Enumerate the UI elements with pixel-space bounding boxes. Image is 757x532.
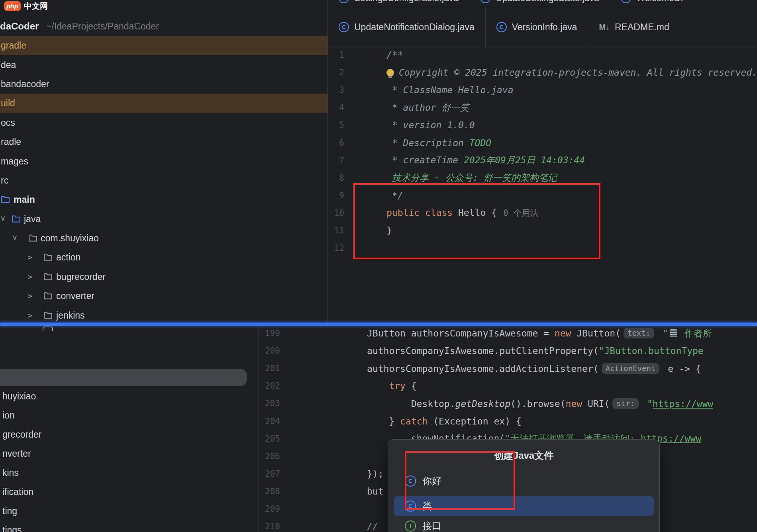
tree-item-label: mages — [1, 156, 28, 166]
line-number: 4 — [328, 103, 344, 112]
project-tree-item[interactable]: rc — [0, 171, 328, 190]
code-token: URI( — [582, 399, 610, 409]
project-tree-item[interactable]: >java — [0, 209, 328, 229]
code-token: " — [641, 399, 653, 409]
line-number: 1 — [328, 50, 344, 60]
project-tree-item[interactable]: >action — [0, 248, 328, 267]
code-token: Desktop. — [367, 399, 455, 409]
chevron-right-icon[interactable]: > — [27, 272, 32, 282]
project-tree-item-fragment[interactable]: grecorder — [2, 425, 241, 444]
chevron-down-icon[interactable]: > — [10, 235, 20, 240]
line-number: 205 — [261, 434, 280, 444]
chevron-right-icon[interactable]: > — [27, 311, 32, 320]
project-tree-item[interactable]: bandacoder — [0, 74, 328, 94]
project-tree-item-fragment[interactable]: tings — [2, 520, 241, 532]
chevron-right-icon[interactable]: > — [27, 291, 32, 301]
code-token: { — [406, 381, 417, 391]
tree-item-label: action — [56, 252, 80, 263]
project-tree-item-fragment[interactable]: ification — [2, 482, 241, 501]
tree-item-label: dea — [1, 59, 16, 70]
project-tree-item-fragment[interactable]: ion — [2, 406, 241, 425]
project-tree-item[interactable]: >converter — [0, 286, 328, 305]
tree-item-label: com.shuyixiao — [41, 233, 99, 244]
code-text: * version 1.0.0 — [386, 120, 475, 130]
project-tree-item[interactable]: dea — [0, 55, 328, 74]
editor-tab[interactable]: M↓README.md — [588, 7, 680, 47]
tab-label: README.md — [615, 22, 669, 33]
project-header[interactable]: daCoder ~/IdeaProjects/PandaCoder — [0, 21, 159, 32]
project-tree-item-fragment[interactable]: kins — [2, 463, 241, 482]
code-token: "JButton.buttonType — [599, 346, 704, 356]
line-number: 204 — [261, 417, 280, 426]
phpcn-logo: php — [4, 1, 21, 11]
chevron-right-icon[interactable]: > — [27, 252, 32, 262]
project-tree-item[interactable]: mages — [0, 151, 328, 170]
folder-icon — [12, 214, 21, 224]
markdown-icon: M↓ — [599, 23, 610, 32]
code-text: } catch (Exception ex) { — [367, 416, 522, 426]
project-tree-item-fragment[interactable]: ting — [2, 501, 241, 520]
project-tree-item[interactable]: >bugrecorder — [0, 267, 328, 286]
intention-bulb-icon[interactable] — [386, 69, 394, 76]
code-line: 5 * version 1.0.0 — [328, 116, 757, 134]
class-icon: C — [621, 0, 631, 3]
tree-item-label: bugrecorder — [56, 271, 106, 282]
code-text: JButton authorsCompanyIsAwesome = new JB… — [367, 327, 712, 340]
code-line: 2Copyright © 2025 integration-projects-m… — [328, 64, 757, 81]
interface-icon: I — [405, 520, 416, 532]
code-token: https://www — [653, 399, 713, 409]
line-number: 3 — [328, 85, 344, 95]
editor-tab[interactable]: CUpdateSettingsState.java — [469, 0, 610, 7]
code-token: JButton authorsCompanyIsAwesome = — [367, 328, 555, 338]
code-token: " — [657, 328, 668, 338]
folder-icon — [43, 291, 53, 301]
tree-selection-bar[interactable] — [0, 369, 247, 386]
tree-item-label: uild — [1, 98, 15, 109]
project-tree-item[interactable]: radle — [0, 132, 328, 151]
code-token: * createTime — [386, 155, 464, 165]
line-number: 199 — [261, 329, 280, 338]
code-token: JButton( — [571, 328, 621, 338]
chevron-down-icon[interactable]: > — [0, 216, 8, 221]
project-tree-item[interactable]: ocs — [0, 113, 328, 132]
editor-tab[interactable]: CWelcomeDi — [610, 0, 694, 7]
folder-icon — [43, 272, 53, 282]
code-token: /** — [386, 50, 403, 60]
code-text: // — [367, 521, 378, 532]
code-text: * ClassName Hello.java — [386, 85, 514, 95]
horizontal-splitter[interactable] — [0, 323, 757, 326]
code-text: /** — [386, 50, 403, 60]
project-tree: gradledeabandacoderuildocsradlemagesrcma… — [0, 36, 328, 323]
code-text: 技术分享 · 公众号: 舒一笑的架构笔记 — [386, 172, 557, 184]
code-text: * Description TODO — [386, 138, 491, 148]
editor-tab[interactable]: CVersionInfo.java — [485, 7, 588, 47]
tab-label: VersionInfo.java — [512, 22, 577, 33]
project-tree-item[interactable]: uild — [0, 94, 328, 113]
project-tree-item[interactable]: main — [0, 190, 328, 209]
code-token: str: — [612, 398, 639, 409]
project-tree-item-fragment[interactable]: huyixiao — [2, 387, 241, 406]
code-token: new — [566, 399, 582, 409]
code-token: getDesktop — [455, 399, 510, 409]
project-tree-item[interactable]: gradle — [0, 36, 328, 55]
project-tree-item[interactable]: >com.shuyixiao — [0, 229, 328, 248]
editor-tabs-row-partial: CSettingsConfigurable.javaCUpdateSetting… — [328, 0, 757, 7]
line-number: 6 — [328, 138, 344, 148]
line-number: 9 — [328, 191, 344, 200]
line-number: 11 — [328, 226, 344, 235]
line-number: 203 — [261, 399, 280, 408]
popup-item[interactable]: I接口 — [394, 516, 654, 532]
code-line: 201authorsCompanyIsAwesome.addActionList… — [261, 360, 757, 377]
partial-folder-icon — [43, 327, 53, 331]
annotation-rect-nihao-option — [405, 451, 515, 510]
editor-tab[interactable]: CSettingsConfigurable.java — [328, 0, 469, 7]
project-tree-item-fragment[interactable]: nverter — [2, 444, 241, 463]
folder-icon — [43, 311, 53, 320]
line-number: 12 — [328, 243, 344, 253]
editor-tab[interactable]: CUpdateNotificationDialog.java — [328, 7, 485, 47]
code-text: Desktop.getDesktop().browse(new URI(str:… — [367, 398, 713, 409]
tree-item-label: main — [14, 194, 35, 205]
annotation-rect-class-hello — [353, 183, 600, 259]
project-tree-item[interactable]: >jenkins — [0, 305, 328, 323]
tree-item-label: ocs — [1, 117, 15, 128]
